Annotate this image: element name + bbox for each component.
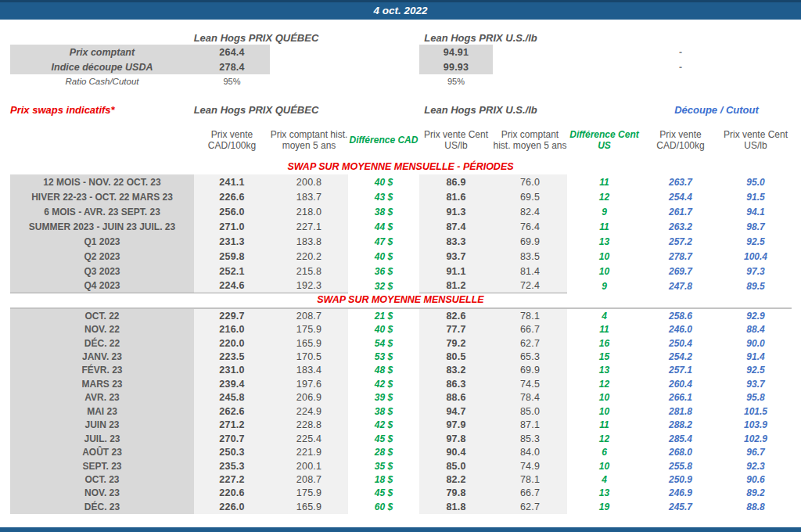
- cell-cutout-cad: 257.2: [641, 234, 720, 249]
- cell-cutout-us: 95.8: [720, 391, 792, 404]
- cell-cutout-cad: 266.1: [641, 391, 720, 404]
- cell-cutout-cad: 254.4: [641, 189, 720, 204]
- cell-difference-us: 10: [567, 264, 641, 279]
- cell-hist-us: 84.0: [493, 445, 567, 458]
- row-label: AVR. 23: [10, 391, 194, 404]
- cell-difference-cad: 42 $: [348, 377, 419, 390]
- cell-hist-cad: 208.7: [270, 309, 348, 322]
- cell-cutout-cad: 263.7: [641, 174, 720, 189]
- cell-prix-vente-cad: 259.8: [194, 249, 270, 264]
- cell-hist-cad: 170.5: [270, 350, 348, 363]
- cell-hist-us: 66.7: [493, 322, 567, 336]
- cell-difference-cad: 42 $: [348, 419, 419, 432]
- cell-difference-cad: 38 $: [348, 404, 419, 418]
- spot-row-label: Prix comptant: [10, 45, 194, 59]
- spacer: [567, 103, 641, 117]
- cell-difference-cad: 44 $: [348, 219, 419, 234]
- cell-difference-us: 11: [567, 322, 641, 336]
- cell-cutout-cad: 268.0: [641, 445, 720, 458]
- row-label: NOV. 23: [10, 487, 194, 500]
- cell-hist-us: 82.4: [493, 204, 567, 219]
- cell-cutout-us: 92.5: [720, 364, 792, 377]
- spot-row-prix-comptant: Prix comptant 264.4 94.91 -: [10, 45, 792, 59]
- cell-cutout-cad: 285.4: [641, 432, 720, 445]
- cell-cutout-us: 96.7: [720, 445, 792, 458]
- cell-hist-cad: 200.8: [270, 174, 348, 189]
- cell-prix-vente-cad: 231.3: [194, 234, 270, 249]
- spot-us-header-cell: Lean Hogs PRIX U.S./lb: [419, 31, 567, 45]
- cell-cutout-cad: 260.4: [641, 377, 720, 390]
- cell-cutout-us: 89.2: [720, 487, 792, 500]
- section-title-mensuelle: SWAP SUR MOYENNE MENSUELLE: [0, 294, 801, 307]
- cell-difference-us: 15: [567, 350, 641, 363]
- cell-difference-us: 10: [567, 459, 641, 473]
- cell-difference-us: 12: [567, 189, 641, 204]
- cell-cutout-cad: 261.7: [641, 204, 720, 219]
- cell-hist-us: 87.1: [493, 419, 567, 432]
- cell-hist-us: 66.7: [493, 487, 567, 500]
- table-row: AOÛT 23250.3221.928 $90.484.06268.096.7: [10, 445, 792, 458]
- cell-prix-vente-us: 81.6: [419, 189, 493, 204]
- cell-prix-vente-cad: 271.0: [194, 219, 270, 234]
- cell-prix-vente-cad: 226.6: [194, 189, 270, 204]
- cell-hist-cad: 165.9: [270, 500, 348, 513]
- table-row: DÉC. 22220.0165.954 $79.262.716250.490.0: [10, 336, 792, 350]
- table-row: 6 MOIS - AVR. 23 SEPT. 23256.0218.038 $9…: [10, 204, 792, 219]
- row-label: MARS 23: [10, 377, 194, 390]
- cell-hist-us: 74.9: [493, 459, 567, 473]
- cell-prix-vente-cad: 220.0: [194, 336, 270, 350]
- cell-prix-vente-cad: 226.0: [194, 500, 270, 513]
- swaps-group-header-row: Prix swaps indicatifs* Lean Hogs PRIX QU…: [10, 103, 792, 117]
- cell-prix-vente-us: 86.9: [419, 174, 493, 189]
- cell-hist-us: 76.4: [493, 219, 567, 234]
- row-label: FÉVR. 23: [10, 364, 194, 377]
- report-date: 4 oct. 2022: [373, 5, 427, 16]
- cell-hist-us: 65.3: [493, 350, 567, 363]
- cell-cutout-cad: 278.7: [641, 249, 720, 264]
- cell-cutout-us: 91.5: [720, 189, 792, 204]
- cell-cutout-us: 94.1: [720, 204, 792, 219]
- row-label: JUIL. 23: [10, 432, 194, 445]
- cell-hist-us: 69.5: [493, 189, 567, 204]
- cell-difference-us: 12: [567, 377, 641, 390]
- cell-difference-us: 4: [567, 309, 641, 322]
- column-header-row: Prix vente CAD/100kg Prix comptant hist.…: [10, 119, 792, 161]
- cell-difference-us: 11: [567, 419, 641, 432]
- cell-cutout-us: 89.5: [720, 279, 792, 293]
- row-label: JANV. 23: [10, 350, 194, 363]
- cell-prix-vente-cad: 235.3: [194, 459, 270, 473]
- cell-hist-cad: 183.8: [270, 234, 348, 249]
- cell-prix-vente-us: 91.1: [419, 264, 493, 279]
- cell-difference-cad: 36 $: [348, 264, 419, 279]
- cell-prix-vente-us: 90.4: [419, 445, 493, 458]
- group-header-quebec: Lean Hogs PRIX QUÉBEC: [194, 104, 319, 116]
- cell-hist-cad: 228.8: [270, 419, 348, 432]
- cell-prix-vente-cad: 270.7: [194, 432, 270, 445]
- spacer: [270, 45, 348, 59]
- spacer: [270, 59, 348, 74]
- cell-difference-cad: 54 $: [348, 336, 419, 350]
- date-banner: 4 oct. 2022: [0, 2, 801, 20]
- cell-cutout-us: 92.5: [720, 234, 792, 249]
- cell-hist-cad: 206.9: [270, 391, 348, 404]
- spacer: [720, 45, 792, 59]
- table-row: OCT. 23227.2208.718 $82.278.14250.990.6: [10, 473, 792, 486]
- cell-difference-us: 11: [567, 174, 641, 189]
- cell-prix-vente-us: 94.7: [419, 404, 493, 418]
- cell-prix-vente-us: 82.6: [419, 309, 493, 322]
- cell-difference-cad: 38 $: [348, 204, 419, 219]
- table-row: NOV. 23220.6175.945 $79.866.713246.989.2: [10, 487, 792, 500]
- cell-prix-vente-us: 77.7: [419, 322, 493, 336]
- spacer: [348, 59, 419, 74]
- cell-difference-us: 11: [567, 219, 641, 234]
- cell-prix-vente-us: 82.2: [419, 473, 493, 486]
- cell-hist-cad: 224.9: [270, 404, 348, 418]
- table-row: Q1 2023231.3183.847 $83.369.913257.292.5: [10, 234, 792, 249]
- cell-prix-vente-us: 93.7: [419, 249, 493, 264]
- cell-difference-cad: 43 $: [348, 189, 419, 204]
- table-row: AVR. 23245.8206.939 $88.678.410266.195.8: [10, 391, 792, 404]
- cell-difference-cad: 40 $: [348, 174, 419, 189]
- cell-difference-cad: 45 $: [348, 432, 419, 445]
- group-header-us-cell: Lean Hogs PRIX U.S./lb: [419, 103, 567, 117]
- table-row: 12 MOIS - NOV. 22 OCT. 23241.1200.840 $8…: [10, 174, 792, 189]
